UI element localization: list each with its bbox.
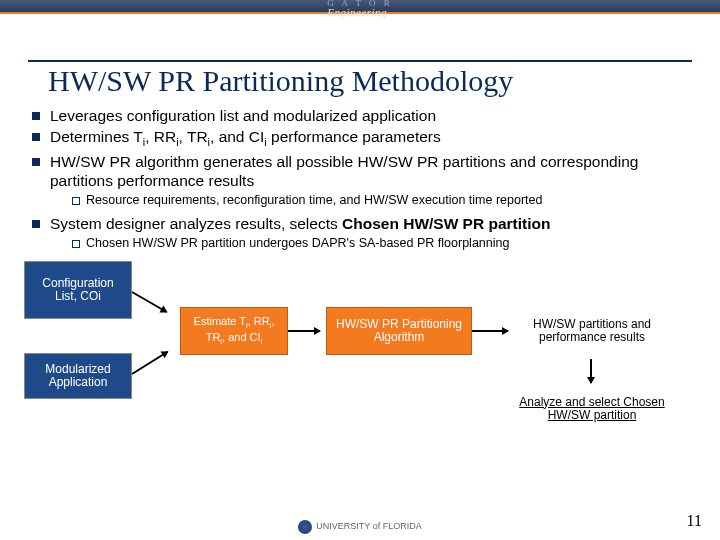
bullet-2: Determines Ti, RRi, TRi, and CIi perform… [24,127,704,150]
box-analyze: Analyze and select Chosen HW/SW partitio… [494,389,690,429]
slide-title: HW/SW PR Partitioning Methodology [48,64,692,98]
arrow-4 [472,330,508,332]
bullet-4: System designer analyzes results, select… [24,214,704,251]
page-number: 11 [687,512,702,530]
arrow-5 [590,359,592,383]
flow-diagram: Configuration List, COi Modularized Appl… [24,261,704,441]
bullet-4-sub: Chosen HW/SW PR partition undergoes DAPR… [50,236,704,252]
content-area: Leverages configuration list and modular… [24,106,704,251]
box-hwsw-alg: HW/SW PR Partitioning Algorithm [326,307,472,355]
box-config: Configuration List, COi [24,261,132,319]
bullet-3: HW/SW PR algorithm generates all possibl… [24,152,704,208]
box-estimate: Estimate Ti, RRi, TRi, and CIi [180,307,288,355]
seal-icon [298,520,312,534]
bullet-3-sub: Resource requirements, reconfiguration t… [50,193,704,209]
header-logo: G A T O R Engineering [327,0,393,18]
box-modapp: Modularized Application [24,353,132,399]
arrow-2 [131,351,168,375]
box-results: HW/SW partitions and performance results [514,307,670,355]
footer: UNIVERSITY of FLORIDA [0,520,720,534]
arrow-1 [132,292,168,314]
bullet-1: Leverages configuration list and modular… [24,106,704,125]
arrow-3 [288,330,320,332]
title-rule [28,60,692,62]
